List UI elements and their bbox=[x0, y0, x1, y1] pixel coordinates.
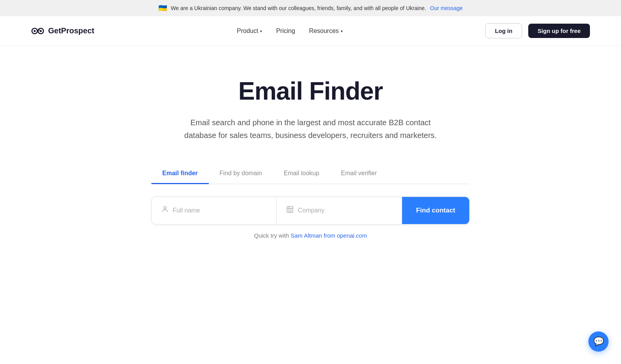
svg-point-4 bbox=[164, 207, 167, 209]
quick-try-prefix: Quick try with bbox=[254, 232, 289, 239]
nav-item-product[interactable]: Product ▾ bbox=[237, 28, 262, 35]
main-content: Email Finder Email search and phone in t… bbox=[0, 46, 621, 262]
login-button[interactable]: Log in bbox=[485, 23, 522, 38]
quick-try-text: Quick try with Sam Altman from openai.co… bbox=[254, 232, 367, 239]
hero-subtitle: Email search and phone in the largest an… bbox=[175, 116, 446, 142]
full-name-input[interactable] bbox=[173, 207, 267, 214]
find-contact-button[interactable]: Find contact bbox=[402, 197, 469, 224]
resources-chevron-icon: ▾ bbox=[341, 29, 343, 33]
chat-bubble-button[interactable]: 💬 bbox=[588, 331, 609, 352]
ukraine-flag-icon: 🇺🇦 bbox=[158, 4, 167, 12]
tab-email-verifier[interactable]: Email verifier bbox=[330, 165, 388, 184]
company-field bbox=[277, 197, 402, 224]
announcement-banner: 🇺🇦 We are a Ukrainian company. We stand … bbox=[0, 0, 621, 16]
building-icon bbox=[286, 205, 294, 215]
header: GetProspect Product ▾ Pricing Resources … bbox=[0, 16, 621, 46]
tab-find-by-domain[interactable]: Find by domain bbox=[209, 165, 273, 184]
tab-email-lookup[interactable]: Email lookup bbox=[273, 165, 330, 184]
quick-try-link[interactable]: Sam Altman from openai.com bbox=[291, 232, 367, 239]
svg-rect-5 bbox=[287, 207, 293, 212]
nav-resources-label: Resources bbox=[309, 28, 338, 35]
logo[interactable]: GetProspect bbox=[31, 26, 94, 36]
nav-item-pricing[interactable]: Pricing bbox=[276, 28, 295, 35]
nav-actions: Log in Sign up for free bbox=[485, 23, 590, 38]
signup-button[interactable]: Sign up for free bbox=[528, 24, 590, 38]
tabs-container: Email finder Find by domain Email lookup… bbox=[151, 165, 470, 184]
logo-icon bbox=[31, 26, 45, 36]
svg-point-1 bbox=[34, 30, 36, 32]
logo-text: GetProspect bbox=[48, 26, 94, 35]
product-chevron-icon: ▾ bbox=[260, 29, 262, 33]
our-message-link[interactable]: Our message bbox=[430, 5, 463, 11]
tab-email-finder[interactable]: Email finder bbox=[151, 165, 209, 184]
chat-icon: 💬 bbox=[593, 336, 604, 347]
nav-product-label: Product bbox=[237, 28, 258, 35]
search-box: Find contact bbox=[151, 197, 470, 224]
person-icon bbox=[161, 205, 169, 215]
main-nav: Product ▾ Pricing Resources ▾ bbox=[237, 28, 343, 35]
hero-title: Email Finder bbox=[238, 77, 383, 105]
company-input[interactable] bbox=[298, 207, 392, 214]
nav-pricing-label: Pricing bbox=[276, 28, 295, 35]
name-field bbox=[152, 197, 277, 224]
announcement-text: We are a Ukrainian company. We stand wit… bbox=[171, 5, 426, 11]
nav-item-resources[interactable]: Resources ▾ bbox=[309, 28, 342, 35]
